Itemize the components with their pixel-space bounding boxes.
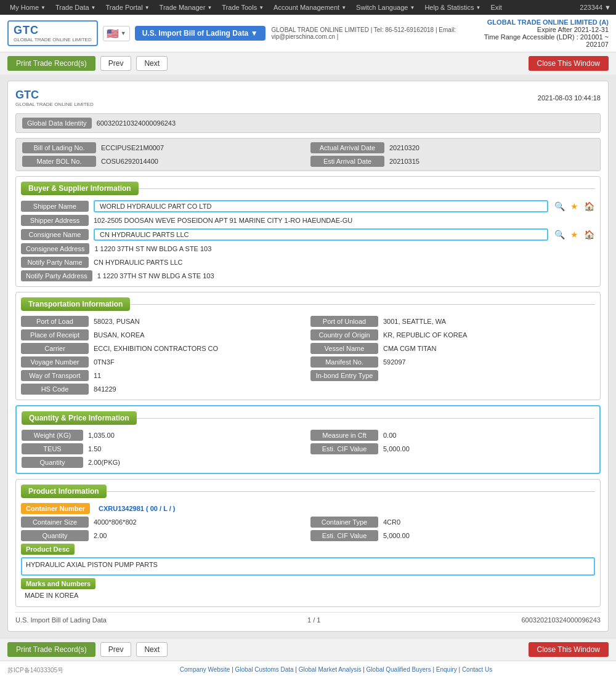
manifest-half: Manifest No. 592097 (310, 356, 595, 368)
shipper-star-icon[interactable]: ★ (568, 200, 580, 212)
in-bond-entry-label: In-bond Entry Type (310, 370, 378, 381)
transportation-header: Transportation Information (21, 297, 595, 311)
shipper-address-row: Shipper Address 102-2505 DOOSAN WEVE POS… (21, 215, 595, 226)
container-number-button[interactable]: Container Number (21, 503, 90, 514)
weight-measure-row: Weight (KG) 1,035.00 Measure in Cft 0.00 (22, 430, 594, 441)
esti-cif-half: Esti. CIF Value 5,000.00 (310, 443, 594, 454)
user-id: 223344 ▼ (580, 4, 611, 11)
transportation-section: Transportation Information Port of Load … (15, 292, 601, 400)
shipper-name-row: Shipper Name WORLD HYDRAULIC PART CO LTD… (21, 200, 595, 212)
nav-switch-language[interactable]: Switch Language ▼ (351, 4, 419, 11)
next-button-top[interactable]: Next (136, 56, 168, 71)
consignee-home-icon[interactable]: 🏠 (583, 228, 595, 241)
footer-link-contact[interactable]: Contact Us (462, 666, 492, 673)
close-button-top[interactable]: Close This Window (529, 56, 609, 71)
consignee-address-value: 1 1220 37TH ST NW BLDG A STE 103 (94, 245, 595, 252)
bol-info-grid: Bill of Lading No. ECCIPUSE21M0007 Actua… (15, 138, 601, 171)
consignee-address-label: Consignee Address (21, 243, 89, 254)
buyer-supplier-header: Buyer & Supplier Information (21, 182, 595, 195)
db-selector[interactable]: U.S. Import Bill of Lading Data ▼ (135, 26, 265, 41)
hs-code-label: HS Code (21, 384, 89, 395)
footer-link-buyers[interactable]: Global Qualified Buyers (367, 666, 431, 673)
flag-selector[interactable]: 🇺🇸 ▼ (103, 26, 130, 41)
quantity-row: Quantity 2.00(PKG) (22, 457, 594, 468)
print-button-bottom[interactable]: Print Trade Record(s) (7, 642, 95, 657)
esti-arrival-value: 20210315 (389, 158, 594, 165)
quantity-value: 2.00(PKG) (88, 459, 594, 466)
teus-cif-row: TEUS 1.50 Esti. CIF Value 5,000.00 (22, 443, 594, 454)
flag-dropdown-arrow: ▼ (121, 30, 126, 36)
buyer-supplier-divider (139, 188, 595, 189)
nav-account-management[interactable]: Account Management ▼ (269, 4, 351, 11)
place-of-receipt-label: Place of Receipt (21, 329, 89, 340)
footer-link-enquiry[interactable]: Enquiry (436, 666, 457, 673)
bottom-action-bar: Print Trade Record(s) Prev Next Close Th… (0, 638, 616, 661)
product-qty-half: Quantity 2.00 (21, 530, 306, 541)
mater-bol-value: COSU6292014400 (101, 158, 306, 165)
bol-no-half: Bill of Lading No. ECCIPUSE21M0007 (22, 142, 306, 153)
place-receipt-half: Place of Receipt BUSAN, KOREA (21, 329, 306, 340)
carrier-label: Carrier (21, 343, 89, 354)
vessel-name-label: Vessel Name (310, 343, 378, 354)
print-button-top[interactable]: Print Trade Record(s) (7, 56, 95, 71)
top-navigation: My Home ▼ Trade Data ▼ Trade Portal ▼ Tr… (0, 0, 616, 15)
esti-arrival-half: Esti Arrival Date 20210315 (310, 156, 594, 167)
close-button-bottom[interactable]: Close This Window (529, 642, 609, 657)
hs-code-value: 841229 (94, 385, 595, 393)
card-timestamp: 2021-08-03 10:44:18 (538, 94, 601, 102)
hs-code-row: HS Code 841229 (21, 384, 595, 395)
container-size-half: Container Size 4000*806*802 (21, 517, 306, 528)
measure-cft-value: 0.00 (383, 432, 594, 439)
container-number-row: Container Number CXRU1342981 ( 00 / L / … (21, 503, 595, 514)
bol-row: Bill of Lading No. ECCIPUSE21M0007 Actua… (22, 142, 594, 153)
prev-button-top[interactable]: Prev (100, 56, 132, 71)
consignee-search-icon[interactable]: 🔍 (553, 228, 565, 241)
product-cif-half: Esti. CIF Value 5,000.00 (310, 530, 595, 541)
nav-trade-tools[interactable]: Trade Tools ▼ (217, 4, 269, 11)
vessel-half: Vessel Name CMA CGM TITAN (310, 343, 595, 354)
nav-exit[interactable]: Exit (485, 4, 506, 11)
consignee-star-icon[interactable]: ★ (568, 228, 580, 241)
nav-my-home[interactable]: My Home ▼ (5, 4, 51, 11)
marks-button[interactable]: Marks and Numbers (21, 578, 95, 589)
voyage-number-label: Voyage Number (21, 356, 89, 368)
product-esti-cif-value: 5,000.00 (383, 532, 595, 539)
footer-link-company[interactable]: Company Website (180, 666, 230, 673)
nav-trade-data[interactable]: Trade Data ▼ (51, 4, 101, 11)
voyage-manifest-row: Voyage Number 0TN3F Manifest No. 592097 (21, 356, 595, 368)
shipper-address-value: 102-2505 DOOSAN WEVE POSEIDON APT 91 MAR… (94, 217, 595, 224)
nav-help-statistics[interactable]: Help & Statistics ▼ (419, 4, 485, 11)
quantity-label: Quantity (22, 457, 83, 468)
mater-bol-half: Mater BOL No. COSU6292014400 (22, 156, 306, 167)
product-desc-button[interactable]: Product Desc (21, 544, 75, 555)
product-section: Product Information Container Number CXR… (15, 479, 601, 607)
way-transport-half: Way of Transport 11 (21, 370, 306, 381)
country-origin-half: Country of Origin KR, REPUBLIC OF KOREA (310, 329, 595, 340)
way-inbond-row: Way of Transport 11 In-bond Entry Type (21, 370, 595, 381)
shipper-address-label: Shipper Address (21, 215, 89, 226)
container-type-label: Container Type (310, 517, 378, 528)
weight-kg-label: Weight (KG) (22, 430, 83, 441)
card-logo-sub: GLOBAL TRADE ONLINE LIMITED (15, 102, 94, 107)
shipper-home-icon[interactable]: 🏠 (583, 200, 595, 212)
footer-links: Company Website | Global Customs Data | … (7, 666, 609, 673)
manifest-no-label: Manifest No. (310, 356, 378, 368)
nav-trade-manager[interactable]: Trade Manager ▼ (155, 4, 217, 11)
receipt-country-row: Place of Receipt BUSAN, KOREA Country of… (21, 329, 595, 340)
teus-half: TEUS 1.50 (22, 443, 306, 454)
way-of-transport-value: 11 (94, 372, 306, 379)
nav-trade-portal[interactable]: Trade Portal ▼ (101, 4, 155, 11)
prev-button-bottom[interactable]: Prev (100, 642, 132, 657)
footer-link-market[interactable]: Global Market Analysis (299, 666, 362, 673)
way-of-transport-label: Way of Transport (21, 370, 89, 381)
manifest-no-value: 592097 (383, 358, 595, 366)
product-quantity-label: Quantity (21, 530, 89, 541)
shipper-name-label: Shipper Name (21, 201, 89, 212)
marks-row: Marks and Numbers MADE IN KOREA (21, 578, 595, 602)
footer-link-customs[interactable]: Global Customs Data (235, 666, 294, 673)
next-button-bottom[interactable]: Next (136, 642, 168, 657)
notify-party-name-label: Notify Party Name (21, 257, 89, 268)
icp-number: 苏ICP备14033305号 (7, 666, 63, 675)
quantity-price-section: Quantity & Price Information Weight (KG)… (15, 405, 601, 474)
shipper-search-icon[interactable]: 🔍 (553, 200, 565, 212)
